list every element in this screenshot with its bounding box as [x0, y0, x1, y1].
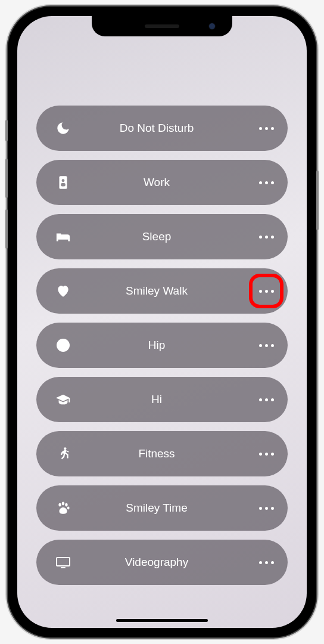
- focus-label: Sleep: [76, 230, 251, 243]
- focus-item-hip[interactable]: Hip: [36, 323, 288, 368]
- more-button-smileywalk[interactable]: [251, 275, 282, 306]
- svg-rect-9: [61, 567, 66, 568]
- focus-label: Hip: [76, 339, 251, 352]
- moon-icon: [51, 116, 76, 141]
- paw-icon: [51, 496, 76, 521]
- svg-point-6: [65, 503, 67, 507]
- focus-label: Fitness: [76, 447, 251, 460]
- svg-rect-0: [60, 176, 67, 189]
- svg-point-4: [58, 503, 61, 507]
- ellipsis-icon: [259, 561, 274, 564]
- more-button-sleep[interactable]: [251, 221, 282, 252]
- more-button-videography[interactable]: [251, 547, 282, 578]
- svg-point-3: [64, 447, 66, 450]
- speaker-grille: [145, 24, 179, 28]
- ellipsis-icon: [259, 127, 274, 130]
- more-button-hi[interactable]: [251, 384, 282, 415]
- ellipsis-icon: [259, 181, 274, 184]
- front-camera: [208, 23, 216, 30]
- focus-label: Work: [76, 176, 251, 189]
- svg-point-5: [62, 502, 64, 506]
- more-button-work[interactable]: [251, 167, 282, 198]
- id-badge-icon: [51, 170, 76, 195]
- notch: [92, 16, 232, 36]
- ellipsis-icon: [259, 507, 274, 510]
- power-button: [316, 171, 319, 230]
- volume-down-button: [5, 209, 8, 249]
- focus-label: Videography: [76, 556, 251, 569]
- svg-rect-8: [57, 558, 70, 566]
- more-button-dnd[interactable]: [251, 113, 282, 144]
- mute-switch: [5, 120, 8, 141]
- heart-icon: [51, 278, 76, 304]
- more-button-hip[interactable]: [251, 330, 282, 361]
- home-indicator[interactable]: [116, 619, 208, 622]
- screen: Do Not Disturb Work Slee: [17, 16, 307, 628]
- svg-point-1: [62, 179, 65, 182]
- more-button-smileytime[interactable]: [251, 493, 282, 524]
- volume-up-button: [5, 159, 8, 198]
- focus-label: Hi: [76, 393, 251, 406]
- focus-item-sleep[interactable]: Sleep: [36, 214, 288, 259]
- focus-item-dnd[interactable]: Do Not Disturb: [36, 106, 288, 151]
- ellipsis-icon: [259, 236, 274, 239]
- focus-item-videography[interactable]: Videography: [36, 540, 288, 585]
- focus-item-smileytime[interactable]: Smiley Time: [36, 485, 288, 531]
- focus-item-fitness[interactable]: Fitness: [36, 431, 288, 476]
- ellipsis-icon: [259, 290, 274, 293]
- bed-icon: [51, 224, 76, 249]
- focus-label: Smiley Walk: [76, 284, 251, 298]
- circle-icon: [51, 333, 76, 358]
- svg-point-7: [67, 507, 70, 510]
- focus-label: Smiley Time: [76, 501, 251, 515]
- more-button-fitness[interactable]: [251, 438, 282, 469]
- focus-item-smileywalk[interactable]: Smiley Walk: [36, 268, 288, 314]
- svg-rect-2: [61, 183, 66, 186]
- running-icon: [51, 441, 76, 466]
- display-icon: [51, 550, 76, 575]
- focus-label: Do Not Disturb: [76, 122, 251, 135]
- focus-list: Do Not Disturb Work Slee: [17, 16, 307, 628]
- focus-item-hi[interactable]: Hi: [36, 377, 288, 422]
- ellipsis-icon: [259, 344, 274, 347]
- phone-frame: Do Not Disturb Work Slee: [8, 7, 316, 637]
- ellipsis-icon: [259, 398, 274, 401]
- focus-item-work[interactable]: Work: [36, 160, 288, 205]
- graduation-cap-icon: [51, 387, 76, 412]
- ellipsis-icon: [259, 453, 274, 456]
